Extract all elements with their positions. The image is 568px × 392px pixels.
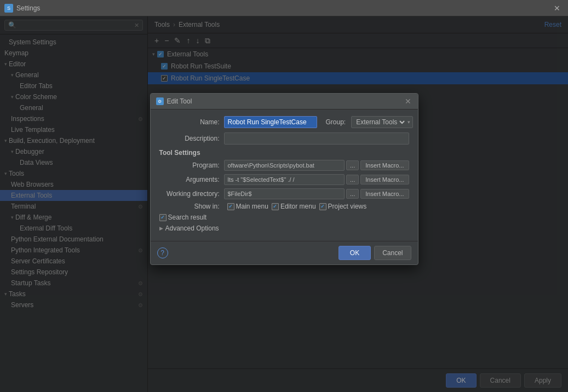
description-field-wrap xyxy=(224,132,409,145)
working-dir-browse-button[interactable]: ... xyxy=(346,189,359,199)
working-dir-macro-button[interactable]: Insert Macro... xyxy=(360,189,409,199)
arguments-row: Arguments: ... Insert Macro... xyxy=(159,174,409,185)
modal-overlay: ⚙ Edit Tool ✕ Name: Group: External Tool… xyxy=(0,16,568,392)
advanced-arrow-icon: ▶ xyxy=(159,226,163,231)
search-result-checkbox[interactable] xyxy=(159,214,167,221)
arguments-field: ... Insert Macro... xyxy=(224,174,409,185)
working-dir-input[interactable] xyxy=(224,188,345,199)
show-in-project-views[interactable]: Project views xyxy=(319,203,367,210)
dialog-title: Edit Tool xyxy=(167,97,192,105)
window-close-button[interactable]: ✕ xyxy=(550,3,564,14)
arguments-input[interactable] xyxy=(224,174,345,185)
name-label: Name: xyxy=(159,118,220,126)
program-label: Program: xyxy=(159,162,220,169)
program-row: Program: ... Insert Macro... xyxy=(159,160,409,171)
name-row: Name: Group: External Tools ▾ xyxy=(159,116,409,128)
group-label: Group: xyxy=(326,118,346,126)
dialog-cancel-button[interactable]: Cancel xyxy=(374,246,411,260)
description-label: Description: xyxy=(159,135,220,142)
arguments-label: Arguments: xyxy=(159,176,220,183)
working-dir-row: Working directory: ... Insert Macro... xyxy=(159,188,409,199)
project-views-checkbox[interactable] xyxy=(319,203,326,210)
dialog-close-button[interactable]: ✕ xyxy=(404,97,412,106)
working-dir-field: ... Insert Macro... xyxy=(224,188,409,199)
group-select[interactable]: External Tools xyxy=(354,118,406,126)
editor-menu-checkbox[interactable] xyxy=(272,203,279,210)
program-input[interactable] xyxy=(224,160,345,171)
description-row: Description: xyxy=(159,132,409,145)
arguments-macro-button[interactable]: Insert Macro... xyxy=(360,175,409,185)
show-in-label: Show in: xyxy=(159,203,220,210)
dialog-footer: ? OK Cancel xyxy=(151,241,418,264)
arguments-browse-button[interactable]: ... xyxy=(346,175,359,185)
group-dropdown-icon: ▾ xyxy=(408,119,410,125)
tool-settings-header: Tool Settings xyxy=(159,149,409,157)
name-field-wrap: Group: External Tools ▾ xyxy=(224,116,414,128)
show-in-search-result[interactable]: Search result xyxy=(159,214,207,221)
edit-tool-dialog: ⚙ Edit Tool ✕ Name: Group: External Tool… xyxy=(150,93,418,265)
dialog-icon: ⚙ xyxy=(156,97,164,105)
dialog-body: Name: Group: External Tools ▾ Descriptio… xyxy=(151,109,418,241)
program-field: ... Insert Macro... xyxy=(224,160,409,171)
app-icon: S xyxy=(4,4,13,13)
group-select-wrap: External Tools ▾ xyxy=(351,116,413,128)
show-in-editor-menu[interactable]: Editor menu xyxy=(272,203,316,210)
working-dir-label: Working directory: xyxy=(159,190,220,198)
show-in-main-menu[interactable]: Main menu xyxy=(227,203,268,210)
main-menu-checkbox[interactable] xyxy=(227,203,234,210)
name-input[interactable] xyxy=(224,116,317,128)
dialog-ok-button[interactable]: OK xyxy=(338,246,371,260)
dialog-title-bar: ⚙ Edit Tool ✕ xyxy=(151,94,418,109)
advanced-options-row[interactable]: ▶ Advanced Options xyxy=(159,224,409,232)
program-macro-button[interactable]: Insert Macro... xyxy=(360,160,409,170)
window-title: Settings xyxy=(16,4,550,12)
title-bar: S Settings ✕ xyxy=(0,0,568,16)
description-input[interactable] xyxy=(224,132,409,145)
show-in-row: Show in: Main menu Editor menu Project v… xyxy=(159,203,409,221)
program-browse-button[interactable]: ... xyxy=(346,160,359,170)
dialog-actions: OK Cancel xyxy=(338,246,411,260)
help-button[interactable]: ? xyxy=(157,247,168,258)
advanced-label: Advanced Options xyxy=(165,224,219,232)
